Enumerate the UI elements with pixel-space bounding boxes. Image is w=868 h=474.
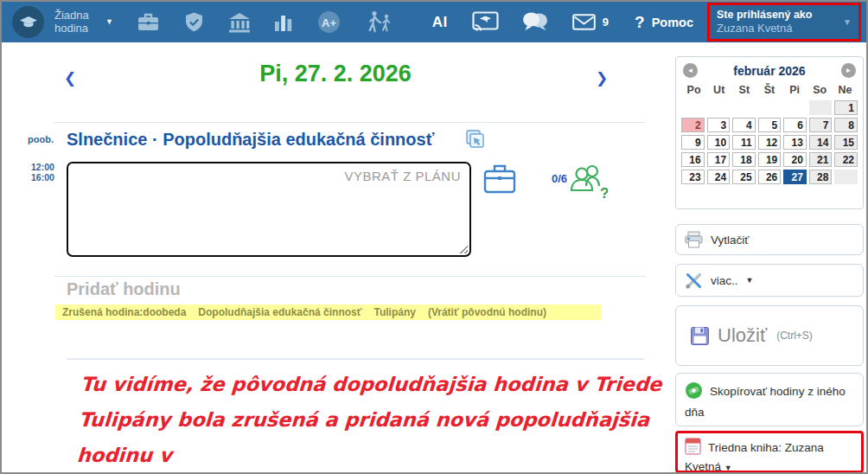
chat-bubbles-icon[interactable] bbox=[522, 11, 549, 33]
calendar-day-17[interactable]: 17 bbox=[707, 152, 731, 167]
calendar-day-3[interactable]: 3 bbox=[707, 118, 731, 132]
calendar-day-20[interactable]: 20 bbox=[783, 152, 807, 167]
floppy-disk-icon bbox=[690, 326, 710, 346]
calendar-day-9[interactable]: 9 bbox=[681, 135, 705, 150]
graduation-cap-icon bbox=[18, 12, 39, 33]
cancelled-lesson-strip: Zrušená hodina:doobeda Dopoludňajšia edu… bbox=[55, 304, 601, 320]
calendar-cell-empty bbox=[809, 100, 833, 115]
briefcase-icon[interactable] bbox=[137, 11, 160, 33]
bar-chart-icon[interactable] bbox=[274, 12, 293, 32]
calendar-day-24[interactable]: 24 bbox=[707, 170, 731, 184]
curriculum-briefcase-icon[interactable] bbox=[482, 163, 517, 199]
attendance-students-icon[interactable]: ? bbox=[568, 163, 608, 204]
calendar-dayname: Ut bbox=[706, 84, 731, 96]
calendar-dayname: St bbox=[731, 84, 756, 96]
lesson-time-range: 12:00 16:00 bbox=[31, 162, 54, 183]
lesson-selector-label: Žiadna hodina bbox=[54, 10, 99, 35]
cancelled-lesson-subject: Dopoludňajšia edukačná činnosť bbox=[198, 306, 361, 318]
calendar-dayname: Po bbox=[681, 84, 706, 96]
cast-lesson-icon[interactable] bbox=[472, 11, 499, 33]
calendar-day-8[interactable]: 8 bbox=[834, 118, 858, 132]
calendar-day-4[interactable]: 4 bbox=[732, 118, 756, 132]
calendar-day-18[interactable]: 18 bbox=[732, 152, 756, 167]
top-navigation-bar: Žiadna hodina ▼ bbox=[2, 2, 866, 42]
calendar-day-1[interactable]: 1 bbox=[834, 100, 858, 115]
add-lesson-button[interactable]: Pridať hodinu bbox=[67, 279, 181, 299]
logged-in-user-dropdown[interactable]: Ste prihlásený ako Zuzana Kvetná ▼ bbox=[707, 3, 861, 42]
calendar-month-title: február 2026 bbox=[733, 64, 805, 78]
calendar-day-15[interactable]: 15 bbox=[834, 135, 858, 150]
calendar-day-23[interactable]: 23 bbox=[681, 170, 705, 184]
calendar-day-13[interactable]: 13 bbox=[783, 135, 807, 150]
lesson-plan-textarea[interactable] bbox=[67, 162, 471, 257]
copy-lesson-icon[interactable] bbox=[463, 128, 487, 155]
calendar-day-16[interactable]: 16 bbox=[681, 152, 705, 167]
calendar-prev-month-button[interactable]: ◄ bbox=[683, 63, 698, 78]
divider bbox=[54, 122, 646, 123]
calendar-day-26[interactable]: 26 bbox=[758, 170, 782, 184]
mail-count-badge[interactable]: 9 bbox=[603, 16, 609, 29]
grade-a-plus-icon[interactable]: A+ bbox=[316, 10, 341, 35]
calendar-day-27[interactable]: 27 bbox=[783, 170, 807, 184]
calendar-next-month-button[interactable]: ► bbox=[841, 63, 856, 78]
lesson-time-start: 12:00 bbox=[31, 162, 54, 172]
print-button[interactable]: Vytlačiť bbox=[675, 224, 864, 255]
chevron-down-icon: ▼ bbox=[724, 464, 732, 472]
copy-lessons-button[interactable]: Skopírovať hodiny z iného dňa bbox=[675, 373, 864, 426]
shield-check-icon[interactable] bbox=[183, 11, 205, 34]
copy-lessons-label: Skopírovať hodiny z iného dňa bbox=[685, 385, 846, 419]
cancelled-lesson-class: Tulipány bbox=[373, 306, 415, 318]
calendar-day-25[interactable]: 25 bbox=[732, 170, 756, 184]
calendar-grid: 1234567891011121314151617181920212223242… bbox=[676, 97, 863, 188]
calendar-day-21[interactable]: 21 bbox=[809, 152, 833, 167]
divider bbox=[67, 358, 644, 360]
app-logo[interactable] bbox=[12, 6, 44, 38]
tools-icon bbox=[685, 272, 703, 290]
calendar-day-22[interactable]: 22 bbox=[834, 152, 858, 167]
logged-in-username: Zuzana Kvetná bbox=[717, 22, 843, 36]
more-options-button[interactable]: viac.. ▼ bbox=[675, 264, 864, 297]
calendar-day-10[interactable]: 10 bbox=[707, 135, 731, 150]
calendar-cell-empty bbox=[783, 100, 807, 115]
calendar-dayname: Ne bbox=[833, 84, 858, 96]
ai-button[interactable]: AI bbox=[432, 14, 448, 31]
classbook-selector-button[interactable]: Triedna kniha: Zuzana Kvetná ▼ bbox=[675, 431, 864, 473]
print-button-label: Vytlačiť bbox=[711, 234, 749, 247]
classbook-selector-label: Triedna kniha: Zuzana Kvetná bbox=[685, 441, 824, 473]
calendar-day-19[interactable]: 19 bbox=[758, 152, 782, 167]
calendar-day-14[interactable]: 14 bbox=[809, 135, 833, 150]
more-options-label: viac.. bbox=[711, 274, 738, 287]
calendar-header: ◄ február 2026 ► bbox=[676, 57, 863, 81]
svg-text:A+: A+ bbox=[322, 16, 336, 29]
calendar-day-7[interactable]: 7 bbox=[809, 118, 833, 132]
calendar-day-2[interactable]: 2 bbox=[681, 118, 705, 132]
calendar-day-11[interactable]: 11 bbox=[732, 135, 756, 150]
classbook-icon bbox=[685, 438, 701, 459]
calendar-day-5[interactable]: 5 bbox=[758, 118, 782, 132]
annotation-line: Tulipány bola zrušená a pridaná nová pop… bbox=[76, 402, 664, 473]
calendar-dayname: Pi bbox=[782, 84, 807, 96]
save-button[interactable]: Uložiť (Ctrl+S) bbox=[675, 305, 864, 366]
institution-icon[interactable] bbox=[228, 12, 251, 33]
lesson-time-end: 16:00 bbox=[31, 172, 54, 183]
save-button-label: Uložiť bbox=[718, 324, 767, 347]
calendar-dayname: So bbox=[807, 84, 833, 96]
mail-envelope-icon[interactable] bbox=[572, 14, 596, 30]
calendar-day-28[interactable]: 28 bbox=[809, 170, 833, 184]
next-day-button[interactable]: ❯ bbox=[596, 69, 608, 87]
calendar-day-12[interactable]: 12 bbox=[758, 135, 782, 150]
help-button[interactable]: Pomoc bbox=[652, 16, 693, 29]
calendar-daynames: PoUtStŠtPiSoNe bbox=[676, 81, 863, 97]
lesson-plan-field-wrap bbox=[67, 162, 471, 257]
attendance-count: 0/6 bbox=[552, 172, 567, 185]
calendar-cell-empty bbox=[758, 100, 782, 115]
excursion-walkers-icon[interactable] bbox=[365, 10, 394, 34]
calendar-cell-empty bbox=[834, 170, 858, 184]
logged-in-prefix: Ste prihlásený ako bbox=[717, 8, 843, 22]
mini-calendar: ◄ február 2026 ► PoUtStŠtPiSoNe 12345678… bbox=[675, 56, 864, 209]
calendar-day-6[interactable]: 6 bbox=[783, 118, 807, 132]
lesson-selector[interactable]: Žiadna hodina ▼ bbox=[54, 10, 113, 35]
help-question-icon[interactable]: ? bbox=[635, 13, 645, 32]
restore-lesson-link[interactable]: (Vrátiť pôvodnú hodinu) bbox=[428, 306, 546, 318]
chevron-down-icon: ▼ bbox=[746, 276, 754, 285]
